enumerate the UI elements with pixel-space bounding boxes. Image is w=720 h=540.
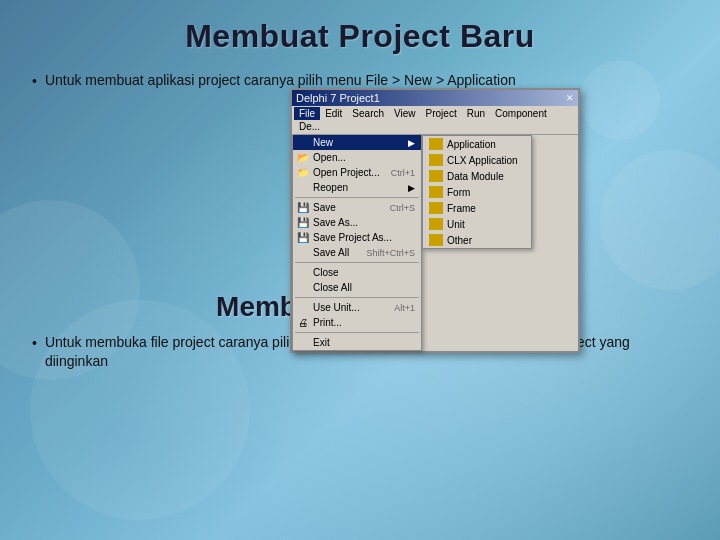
- open-project-shortcut: Ctrl+1: [391, 168, 415, 178]
- use-unit-shortcut: Alt+1: [394, 303, 415, 313]
- submenu-unit[interactable]: Unit: [423, 216, 531, 232]
- separator-4: [295, 332, 419, 333]
- save-project-as-label: Save Project As...: [313, 232, 392, 243]
- close-label: Close: [313, 267, 339, 278]
- exit-label: Exit: [313, 337, 330, 348]
- menu-reopen[interactable]: Reopen ▶: [293, 180, 421, 195]
- close-icon: ✕: [566, 93, 574, 103]
- submenu-data-module[interactable]: Data Module: [423, 168, 531, 184]
- delphi-window: Delphi 7 Project1 ✕ File Edit Search Vie…: [290, 88, 580, 353]
- unit-label: Unit: [447, 219, 465, 230]
- print-label: Print...: [313, 317, 342, 328]
- delphi-body: New ▶ 📂 Open... 📁 Open Project... Ctrl+1…: [292, 135, 578, 351]
- menu-component[interactable]: Component: [490, 107, 552, 120]
- new-submenu: Application CLX Application Data Module …: [422, 135, 532, 249]
- bullet-1: •: [32, 73, 37, 89]
- new-label: New: [313, 137, 333, 148]
- menu-save-as[interactable]: 💾 Save As...: [293, 215, 421, 230]
- close-all-label: Close All: [313, 282, 352, 293]
- open-label: Open...: [313, 152, 346, 163]
- save-as-label: Save As...: [313, 217, 358, 228]
- delphi-titlebar: Delphi 7 Project1 ✕: [292, 90, 578, 106]
- use-unit-label: Use Unit...: [313, 302, 360, 313]
- menu-edit[interactable]: Edit: [320, 107, 347, 120]
- delphi-menubar: File Edit Search View Project Run Compon…: [292, 106, 578, 135]
- save-icon: 💾: [295, 201, 311, 215]
- separator-2: [295, 262, 419, 263]
- submenu-application[interactable]: Application: [423, 136, 531, 152]
- menu-project[interactable]: Project: [421, 107, 462, 120]
- separator-3: [295, 297, 419, 298]
- save-label: Save: [313, 202, 336, 213]
- app-icon: [429, 138, 443, 150]
- open-project-icon: 📁: [295, 166, 311, 180]
- open-icon: 📂: [295, 151, 311, 165]
- frame-icon: [429, 202, 443, 214]
- menu-exit[interactable]: Exit: [293, 335, 421, 350]
- other-label: Other: [447, 235, 472, 246]
- main-content: Membuat Project Baru • Untuk membuat apl…: [0, 0, 720, 540]
- submenu-clx-application[interactable]: CLX Application: [423, 152, 531, 168]
- submenu-other[interactable]: Other: [423, 232, 531, 248]
- menu-save-all[interactable]: Save All Shift+Ctrl+S: [293, 245, 421, 260]
- menu-new[interactable]: New ▶: [293, 135, 421, 150]
- save-all-label: Save All: [313, 247, 349, 258]
- menu-close[interactable]: Close: [293, 265, 421, 280]
- new-arrow: ▶: [408, 138, 415, 148]
- save-proj-icon: 💾: [295, 231, 311, 245]
- form-icon: [429, 186, 443, 198]
- menu-search[interactable]: Search: [347, 107, 389, 120]
- reopen-label: Reopen: [313, 182, 348, 193]
- save-as-icon: 💾: [295, 216, 311, 230]
- file-dropdown: New ▶ 📂 Open... 📁 Open Project... Ctrl+1…: [292, 135, 422, 351]
- delphi-titlebar-text: Delphi 7 Project1: [296, 92, 562, 104]
- bullet-2: •: [32, 335, 37, 351]
- frame-label: Frame: [447, 203, 476, 214]
- menu-open[interactable]: 📂 Open...: [293, 150, 421, 165]
- menu-open-project[interactable]: 📁 Open Project... Ctrl+1: [293, 165, 421, 180]
- form-label: Form: [447, 187, 470, 198]
- menu-run[interactable]: Run: [462, 107, 490, 120]
- clx-icon: [429, 154, 443, 166]
- reopen-arrow: ▶: [408, 183, 415, 193]
- application-label: Application: [447, 139, 496, 150]
- menu-use-unit[interactable]: Use Unit... Alt+1: [293, 300, 421, 315]
- other-icon: [429, 234, 443, 246]
- menu-close-all[interactable]: Close All: [293, 280, 421, 295]
- save-shortcut: Ctrl+S: [390, 203, 415, 213]
- unit-icon: [429, 218, 443, 230]
- separator-1: [295, 197, 419, 198]
- menu-print[interactable]: 🖨 Print...: [293, 315, 421, 330]
- menu-file[interactable]: File: [294, 107, 320, 120]
- print-icon: 🖨: [295, 316, 311, 330]
- menu-de[interactable]: De...: [294, 120, 325, 133]
- submenu-frame[interactable]: Frame: [423, 200, 531, 216]
- menu-save-project-as[interactable]: 💾 Save Project As...: [293, 230, 421, 245]
- data-module-icon: [429, 170, 443, 182]
- clx-application-label: CLX Application: [447, 155, 518, 166]
- menu-view[interactable]: View: [389, 107, 421, 120]
- page-title: Membuat Project Baru: [32, 18, 688, 55]
- open-project-label: Open Project...: [313, 167, 380, 178]
- save-all-shortcut: Shift+Ctrl+S: [366, 248, 415, 258]
- data-module-label: Data Module: [447, 171, 504, 182]
- submenu-form[interactable]: Form: [423, 184, 531, 200]
- menu-save[interactable]: 💾 Save Ctrl+S: [293, 200, 421, 215]
